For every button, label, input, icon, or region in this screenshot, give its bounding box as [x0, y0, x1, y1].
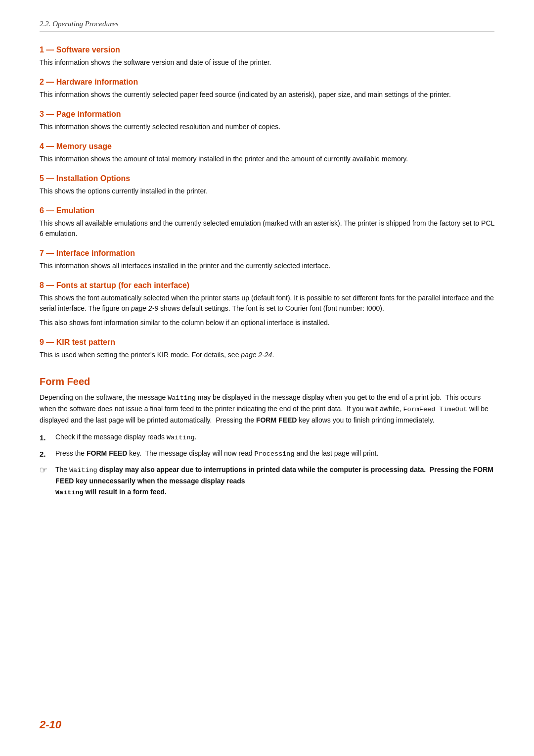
section-3: 3 — Page information This information sh… — [40, 110, 494, 132]
section-1: 1 — Software version This information sh… — [40, 46, 494, 68]
section-5: 5 — Installation Options This shows the … — [40, 174, 494, 196]
section-8-heading: 8 — Fonts at startup (for each interface… — [40, 281, 494, 290]
step-1-num: 1. — [40, 432, 53, 443]
form-feed-section: Form Feed Depending on the software, the… — [40, 376, 494, 498]
page-header: 2.2. Operating Procedures — [40, 20, 494, 32]
waiting-mono-3: Waiting — [69, 467, 97, 474]
section-6-heading: 6 — Emulation — [40, 206, 494, 215]
section-6-body: This shows all available emulations and … — [40, 218, 494, 239]
note-bold-3: will result in a form feed. — [86, 488, 167, 496]
section-5-heading: 5 — Installation Options — [40, 174, 494, 183]
step-2-num: 2. — [40, 448, 53, 460]
section-1-body: This information shows the software vers… — [40, 57, 494, 68]
section-2-heading: 2 — Hardware information — [40, 78, 494, 87]
section-5-body: This shows the options currently install… — [40, 186, 494, 196]
page-number: 2-10 — [40, 718, 61, 731]
note-bold-1: display may also appear due to interrupt… — [99, 466, 471, 473]
section-9: 9 — KIR test pattern This is used when s… — [40, 338, 494, 360]
header-text: 2.2. Operating Procedures — [40, 20, 119, 28]
page-ref-2-9: page 2-9 — [131, 304, 158, 312]
section-7-body: This information shows all interfaces in… — [40, 261, 494, 271]
section-7: 7 — Interface information This informati… — [40, 249, 494, 271]
section-4: 4 — Memory usage This information shows … — [40, 142, 494, 164]
waiting-mono-4: Waiting — [55, 489, 84, 496]
step-2: 2. Press the FORM FEED key. The message … — [40, 448, 494, 460]
page-footer: 2-10 — [40, 718, 61, 731]
section-9-heading: 9 — KIR test pattern — [40, 338, 494, 347]
section-8-body2: This also shows font information similar… — [40, 318, 494, 328]
step-2-text: Press the FORM FEED key. The message dis… — [55, 448, 378, 460]
section-3-body: This information shows the currently sel… — [40, 122, 494, 132]
note-text: The Waiting display may also appear due … — [55, 465, 494, 498]
section-4-heading: 4 — Memory usage — [40, 142, 494, 151]
section-8: 8 — Fonts at startup (for each interface… — [40, 281, 494, 328]
form-feed-key-ref-1: FORM FEED — [256, 416, 297, 424]
note-icon: ☞ — [40, 464, 53, 477]
section-9-body: This is used when setting the printer's … — [40, 350, 494, 360]
step-1-text: Check if the message display reads Waiti… — [55, 432, 197, 443]
section-4-body: This information shows the amount of tot… — [40, 154, 494, 164]
formfeed-timeout-mono: FormFeed TimeOut — [403, 406, 467, 413]
section-8-body1: This shows the font automatically select… — [40, 293, 494, 314]
waiting-mono-1: Waiting — [168, 394, 196, 402]
section-1-heading: 1 — Software version — [40, 46, 494, 54]
section-6: 6 — Emulation This shows all available e… — [40, 206, 494, 239]
note-bold-2: key unnecessarily when the message displ… — [76, 477, 245, 485]
section-7-heading: 7 — Interface information — [40, 249, 494, 258]
section-2-body: This information shows the currently sel… — [40, 90, 494, 100]
section-2: 2 — Hardware information This informatio… — [40, 78, 494, 100]
form-feed-heading: Form Feed — [40, 376, 494, 387]
page-ref-2-24: page 2-24 — [241, 351, 272, 359]
section-3-heading: 3 — Page information — [40, 110, 494, 119]
sections-container: 1 — Software version This information sh… — [40, 46, 494, 360]
processing-mono: Processing — [255, 450, 295, 458]
form-feed-steps: 1. Check if the message display reads Wa… — [40, 432, 494, 460]
form-feed-intro: Depending on the software, the message W… — [40, 392, 494, 426]
note-item: ☞ The Waiting display may also appear du… — [40, 465, 494, 498]
form-feed-key-ref-2: FORM FEED — [87, 449, 127, 457]
waiting-mono-2: Waiting — [167, 434, 195, 441]
step-1: 1. Check if the message display reads Wa… — [40, 432, 494, 443]
